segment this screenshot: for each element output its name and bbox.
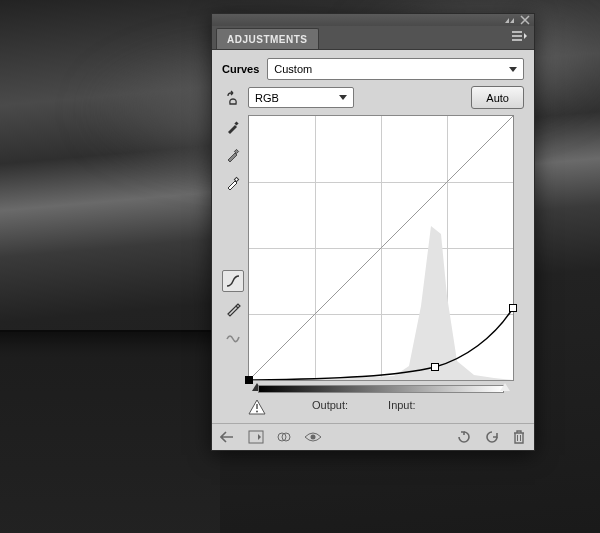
- channel-value: RGB: [255, 92, 279, 104]
- tab-row: ADJUSTMENTS: [212, 26, 534, 50]
- io-readout: Output: Input:: [248, 393, 524, 417]
- reset-icon[interactable]: [484, 430, 500, 444]
- auto-button[interactable]: Auto: [471, 86, 524, 109]
- input-label: Input:: [388, 399, 416, 415]
- output-label: Output:: [312, 399, 348, 415]
- panel-footer: [212, 423, 534, 450]
- tab-label: ADJUSTMENTS: [227, 34, 308, 45]
- input-gradient-strip[interactable]: [248, 383, 514, 393]
- tab-adjustments[interactable]: ADJUSTMENTS: [216, 28, 319, 49]
- curve-line: [249, 116, 513, 380]
- smooth-button[interactable]: [222, 326, 244, 348]
- svg-point-9: [311, 435, 316, 440]
- left-tool-column: [222, 86, 244, 417]
- trash-icon[interactable]: [512, 429, 526, 445]
- expanded-view-icon[interactable]: [248, 430, 264, 444]
- svg-rect-0: [234, 121, 238, 125]
- clip-to-layer-icon[interactable]: [276, 430, 292, 444]
- previous-state-icon[interactable]: [456, 430, 472, 444]
- close-icon[interactable]: [520, 15, 530, 25]
- curves-graph[interactable]: [248, 115, 514, 381]
- pencil-mode-button[interactable]: [222, 298, 244, 320]
- visibility-icon[interactable]: [304, 430, 322, 444]
- white-point-eyedropper[interactable]: [222, 172, 244, 194]
- rooftop-wall: [0, 330, 220, 533]
- panel-menu-icon[interactable]: [512, 30, 528, 42]
- white-slider[interactable]: [500, 383, 510, 391]
- targeted-adjustment-tool[interactable]: [222, 88, 244, 110]
- panel-titlebar[interactable]: [212, 14, 534, 26]
- gradient: [258, 385, 504, 393]
- gray-point-eyedropper[interactable]: [222, 144, 244, 166]
- black-point-eyedropper[interactable]: [222, 116, 244, 138]
- return-to-list-icon[interactable]: [220, 430, 236, 444]
- warning-icon: [248, 399, 266, 415]
- svg-point-5: [256, 411, 258, 413]
- auto-label: Auto: [486, 92, 509, 104]
- panel-body: Curves Custom: [212, 50, 534, 423]
- curve-point[interactable]: [431, 363, 439, 371]
- adjustments-panel: ADJUSTMENTS Curves Custom: [211, 13, 535, 451]
- channel-dropdown[interactable]: RGB: [248, 87, 354, 108]
- curve-point[interactable]: [509, 304, 517, 312]
- preset-dropdown[interactable]: Custom: [267, 58, 524, 80]
- tool-name: Curves: [222, 63, 259, 75]
- preset-value: Custom: [274, 63, 312, 75]
- collapse-icon[interactable]: [504, 16, 516, 24]
- chevron-down-icon: [339, 95, 347, 100]
- curve-mode-button[interactable]: [222, 270, 244, 292]
- chevron-down-icon: [509, 67, 517, 72]
